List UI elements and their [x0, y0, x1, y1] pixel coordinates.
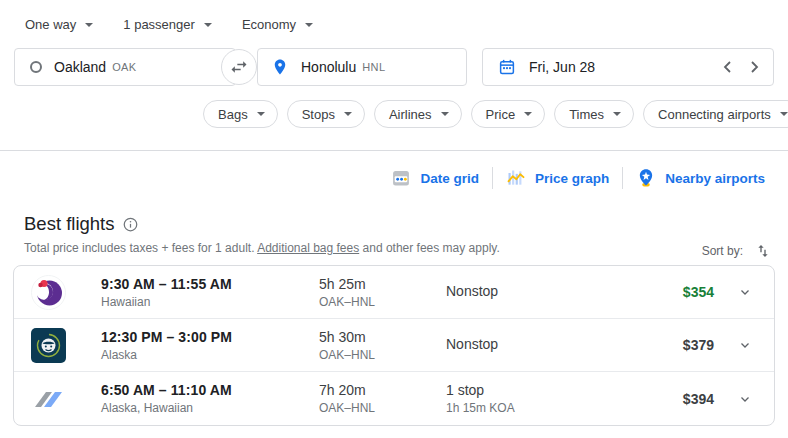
subtitle-suffix: and other fees may apply. [359, 241, 500, 255]
airline-name: Alaska, Hawaiian [101, 401, 319, 415]
filter-chip-label: Airlines [389, 107, 432, 122]
itinerary-cell: 12:30 PM – 3:00 PM Alaska [101, 329, 319, 362]
filter-chip-label: Price [486, 107, 516, 122]
destination-city: Honolulu [301, 59, 356, 75]
calendar-grid-icon [391, 168, 411, 188]
flight-price: $354 [614, 284, 714, 300]
swap-horizontal-icon [229, 57, 249, 77]
flight-route: OAK–HNL [319, 348, 446, 362]
chevron-down-icon[interactable] [738, 338, 752, 352]
filter-chip-stops[interactable]: Stops [287, 100, 365, 128]
flight-times: 9:30 AM – 11:55 AM [101, 276, 319, 292]
duration-cell: 7h 20m OAK–HNL [319, 382, 446, 415]
price-graph-icon [506, 168, 526, 188]
flight-price: $394 [614, 391, 714, 407]
stop-detail: 1h 15m KOA [446, 401, 614, 415]
sort-control[interactable]: Sort by: [702, 243, 771, 259]
best-flights-title: Best flights [24, 213, 115, 235]
flight-duration: 5h 30m [319, 329, 446, 345]
filter-chip-label: Times [569, 107, 604, 122]
chevron-down-icon [344, 112, 352, 116]
flight-times: 12:30 PM – 3:00 PM [101, 329, 319, 345]
passenger-selector[interactable]: 1 passenger [123, 17, 212, 32]
trip-options-bar: One way 1 passenger Economy [25, 17, 313, 32]
date-field[interactable]: Fri, Jun 28 [482, 48, 774, 86]
trip-type-selector[interactable]: One way [25, 17, 93, 32]
chevron-down-icon[interactable] [738, 392, 752, 406]
chevron-right-icon[interactable] [750, 61, 759, 73]
flight-row-alaska[interactable]: 12:30 PM – 3:00 PM Alaska 5h 30m OAK–HNL… [14, 319, 774, 372]
stops-cell: Nonstop [446, 283, 614, 302]
filter-chip-label: Connecting airports [658, 107, 771, 122]
view-tools-bar: Date grid Price graph Nearby airports [378, 162, 778, 194]
origin-field[interactable]: Oakland OAK [14, 48, 236, 86]
flight-route: OAK–HNL [319, 295, 446, 309]
flight-price: $379 [614, 337, 714, 353]
hawaiian-airlines-logo [31, 275, 66, 310]
destination-field[interactable]: Honolulu HNL [257, 48, 467, 86]
expand-cell [714, 285, 775, 299]
flight-stops: 1 stop [446, 382, 614, 398]
flight-times: 6:50 AM – 11:10 AM [101, 382, 319, 398]
bag-fees-link[interactable]: Additional bag fees [257, 241, 359, 255]
subtitle-prefix: Total price includes taxes + fees for 1 … [24, 241, 257, 255]
itinerary-cell: 6:50 AM – 11:10 AM Alaska, Hawaiian [101, 382, 319, 415]
nearby-airports-icon [636, 168, 656, 188]
filter-chip-price[interactable]: Price [471, 100, 546, 128]
info-icon[interactable] [123, 217, 138, 232]
origin-airport-code: OAK [112, 61, 136, 73]
cabin-class-value: Economy [242, 17, 296, 32]
date-nav [723, 61, 759, 73]
flight-row-alaska-hawaiian[interactable]: 6:50 AM – 11:10 AM Alaska, Hawaiian 7h 2… [14, 372, 774, 425]
filter-chip-bags[interactable]: Bags [203, 100, 278, 128]
flight-list: 9:30 AM – 11:55 AM Hawaiian 5h 25m OAK–H… [13, 265, 775, 426]
cabin-class-selector[interactable]: Economy [242, 17, 313, 32]
destination-airport-code: HNL [362, 61, 385, 73]
chevron-down-icon [524, 112, 532, 116]
stops-cell: 1 stop 1h 15m KOA [446, 382, 614, 415]
chevron-down-icon [204, 23, 212, 27]
nearby-airports-button[interactable]: Nearby airports [623, 168, 778, 188]
flight-row-hawaiian[interactable]: 9:30 AM – 11:55 AM Hawaiian 5h 25m OAK–H… [14, 266, 774, 319]
page-title: Best flights [24, 213, 138, 235]
filter-chip-times[interactable]: Times [554, 100, 634, 128]
location-pin-icon [271, 58, 289, 76]
chevron-down-icon [305, 23, 313, 27]
price-graph-label: Price graph [535, 171, 609, 186]
chevron-down-icon [780, 112, 788, 116]
duration-cell: 5h 30m OAK–HNL [319, 329, 446, 362]
swap-airports-button[interactable] [221, 49, 257, 85]
nearby-airports-label: Nearby airports [665, 171, 765, 186]
chevron-down-icon[interactable] [738, 285, 752, 299]
chevron-down-icon [441, 112, 449, 116]
sort-icon[interactable] [755, 243, 771, 259]
filter-bar: Bags Stops Airlines Price Times Connecti… [203, 100, 788, 128]
expand-cell [714, 392, 775, 406]
duration-cell: 5h 25m OAK–HNL [319, 276, 446, 309]
passenger-value: 1 passenger [123, 17, 195, 32]
departure-date-value: Fri, Jun 28 [529, 59, 595, 75]
origin-circle-icon [30, 61, 42, 73]
filter-chip-label: Stops [302, 107, 335, 122]
chevron-left-icon[interactable] [723, 61, 732, 73]
flight-route: OAK–HNL [319, 401, 446, 415]
logo-cell [14, 275, 101, 310]
flight-stops: Nonstop [446, 283, 614, 299]
alaska-hawaiian-logos [31, 381, 66, 416]
trip-type-value: One way [25, 17, 76, 32]
flight-duration: 7h 20m [319, 382, 446, 398]
filter-chip-airlines[interactable]: Airlines [374, 100, 462, 128]
expand-cell [714, 338, 775, 352]
date-grid-button[interactable]: Date grid [378, 168, 492, 188]
filter-chip-connecting-airports[interactable]: Connecting airports [643, 100, 788, 128]
itinerary-cell: 9:30 AM – 11:55 AM Hawaiian [101, 276, 319, 309]
origin-city: Oakland [54, 59, 106, 75]
flight-stops: Nonstop [446, 336, 614, 352]
stops-cell: Nonstop [446, 336, 614, 355]
filter-chip-label: Bags [218, 107, 248, 122]
results-subtitle: Total price includes taxes + fees for 1 … [24, 241, 500, 255]
airline-name: Hawaiian [101, 295, 319, 309]
price-graph-button[interactable]: Price graph [493, 168, 622, 188]
alaska-airlines-logo [31, 328, 66, 363]
logo-cell [14, 328, 101, 363]
